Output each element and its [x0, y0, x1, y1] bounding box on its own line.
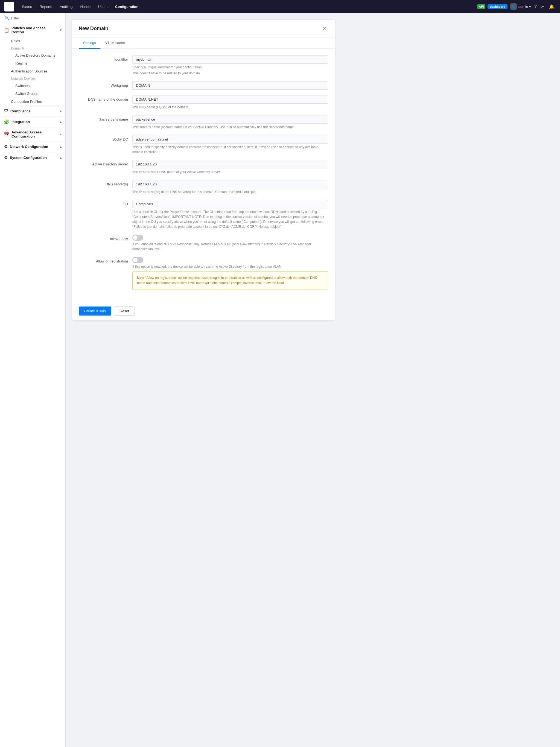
- nav-auditing[interactable]: Auditing: [56, 3, 76, 10]
- dns-name-field: The DNS name (FQDN) of the domain.: [132, 95, 328, 110]
- sidebar-section-policies-header[interactable]: 📋 Policies and Access Control ▾: [0, 23, 65, 37]
- integration-chevron: ▴: [60, 120, 61, 124]
- compliance-icon: 🛡: [4, 108, 8, 113]
- sidebar-item-realms[interactable]: Realms: [0, 59, 65, 67]
- system-config-label: System Configuration: [10, 156, 47, 160]
- panel-footer: Create & Join Reset: [72, 302, 335, 320]
- sidebar-section-network-header[interactable]: ⚙ Network Configuration ▴: [0, 141, 65, 152]
- api-badge: API: [477, 4, 485, 9]
- form-row-ntlmv2: ntlmv2 only If you enabled "Send NTLMv2 …: [79, 235, 328, 252]
- workgroup-label: Workgroup: [79, 81, 128, 87]
- ou-input[interactable]: [132, 200, 328, 208]
- ad-server-input[interactable]: [132, 160, 328, 169]
- workgroup-field: [132, 81, 328, 90]
- tab-settings[interactable]: Settings: [79, 37, 100, 49]
- network-config-icon: ⚙: [4, 144, 8, 149]
- help-icon[interactable]: ?: [533, 3, 538, 10]
- allow-registration-label: Allow on registration: [79, 257, 128, 263]
- reset-button[interactable]: Reset: [114, 307, 135, 315]
- form-row-server-name: This server's name This server's name (a…: [79, 115, 328, 130]
- nav-configuration[interactable]: Configuration: [112, 3, 142, 10]
- allow-registration-field: If this option is enabled, the device wi…: [132, 257, 328, 290]
- sidebar-item-switch-groups[interactable]: Switch Groups: [0, 90, 65, 98]
- nav-nodes[interactable]: Nodes: [77, 3, 94, 10]
- panel-tabs: Settings NTLM cache: [72, 37, 335, 49]
- form-row-dns-name: DNS name of the domain The DNS name (FQD…: [79, 95, 328, 110]
- filter-icon: 🔍: [4, 16, 9, 20]
- dns-servers-help: The IP address(es) of the DNS server(s) …: [132, 189, 328, 195]
- dns-servers-field: The IP address(es) of the DNS server(s) …: [132, 180, 328, 195]
- dns-name-label: DNS name of the domain: [79, 95, 128, 101]
- ad-server-help: The IP address or DNS name of your Activ…: [132, 170, 328, 175]
- ou-field: Use a specific OU for the PacketFence ac…: [132, 200, 328, 229]
- tab-ntlm-cache[interactable]: NTLM cache: [100, 37, 129, 49]
- sidebar-section-system-config: ⚙ System Configuration ▴: [0, 152, 65, 163]
- form-row-allow-registration: Allow on registration If this option is …: [79, 257, 328, 290]
- nav-links: Status Reports Auditing Nodes Users Conf…: [19, 3, 477, 10]
- tools-icon[interactable]: ✂: [540, 3, 546, 10]
- allow-registration-toggle[interactable]: [132, 257, 143, 263]
- sidebar-item-active-directory-domains[interactable]: Active Directory Domains: [0, 51, 65, 59]
- nav-users[interactable]: Users: [95, 3, 111, 10]
- dns-name-input[interactable]: [132, 95, 328, 104]
- advanced-chevron: ▴: [60, 132, 61, 136]
- sidebar-group-network-devices: Network Devices: [0, 75, 65, 82]
- identifier-help2: This doesn't have to be related to your …: [132, 71, 328, 76]
- ntlmv2-help: If you enabled "Send NTLMv2 Response Onl…: [132, 242, 328, 252]
- sticky-dc-input[interactable]: [132, 135, 328, 144]
- create-join-button[interactable]: Create & Join: [79, 307, 111, 315]
- sidebar-section-compliance-header[interactable]: 🛡 Compliance ▴: [0, 106, 65, 116]
- server-name-help: This server's name (account name) in you…: [132, 125, 328, 130]
- nav-reports[interactable]: Reports: [36, 3, 55, 10]
- sidebar-item-authentication-sources[interactable]: Authentication Sources: [0, 67, 65, 75]
- panel-title: New Domain: [79, 26, 108, 31]
- dashboard-badge[interactable]: dashboard: [487, 4, 507, 9]
- advanced-icon: 📅: [4, 132, 9, 137]
- compliance-label: Compliance: [10, 109, 31, 113]
- sidebar-item-roles[interactable]: Roles: [0, 37, 65, 45]
- sidebar-item-switches[interactable]: Switches: [0, 82, 65, 90]
- policies-chevron: ▾: [60, 28, 61, 32]
- server-name-input[interactable]: [132, 115, 328, 124]
- form-row-dns-servers: DNS server(s) The IP address(es) of the …: [79, 180, 328, 195]
- main-content: New Domain ✕ Settings NTLM cache Identif…: [66, 13, 560, 747]
- sticky-dc-field: This is used to specify a sticky domain …: [132, 135, 328, 154]
- form-row-sticky-dc: Sticky DC This is used to specify a stic…: [79, 135, 328, 154]
- sidebar-section-network-config: ⚙ Network Configuration ▴: [0, 141, 65, 152]
- ntlmv2-field: If you enabled "Send NTLMv2 Response Onl…: [132, 235, 328, 252]
- user-menu[interactable]: 👤 admin ▾: [510, 3, 531, 10]
- sidebar-section-advanced-access: 📅 Advanced Access Configuration ▴: [0, 127, 65, 141]
- allow-registration-slider: [132, 257, 143, 263]
- sidebar-section-integration-header[interactable]: 🧩 Integration ▴: [0, 117, 65, 127]
- sidebar-group-domains: Domains: [0, 45, 65, 51]
- notifications-icon[interactable]: 🔔: [548, 3, 556, 10]
- policies-label: Policies and Access Control: [11, 26, 58, 34]
- sidebar-item-connection-profiles[interactable]: Connection Profiles: [0, 98, 65, 106]
- sidebar-section-system-header[interactable]: ⚙ System Configuration ▴: [0, 152, 65, 163]
- sidebar-section-compliance: 🛡 Compliance ▴: [0, 106, 65, 117]
- nav-status[interactable]: Status: [19, 3, 35, 10]
- form-row-ou: OU Use a specific OU for the PacketFence…: [79, 200, 328, 229]
- app-logo[interactable]: [4, 2, 14, 11]
- app-layout: 🔍 📋 Policies and Access Control ▾ Roles …: [0, 13, 560, 747]
- ad-server-field: The IP address or DNS name of your Activ…: [132, 160, 328, 175]
- identifier-input[interactable]: [132, 55, 328, 64]
- ntlmv2-label: ntlmv2 only: [79, 235, 128, 241]
- workgroup-input[interactable]: [132, 81, 328, 90]
- identifier-field: Specify a unique identifier for your con…: [132, 55, 328, 76]
- ou-help: Use a specific OU for the PacketFence ac…: [132, 209, 328, 229]
- network-config-label: Network Configuration: [10, 145, 48, 149]
- new-domain-panel: New Domain ✕ Settings NTLM cache Identif…: [72, 20, 335, 320]
- dns-servers-label: DNS server(s): [79, 180, 128, 186]
- dns-servers-input[interactable]: [132, 180, 328, 188]
- sidebar-section-advanced-header[interactable]: 📅 Advanced Access Configuration ▴: [0, 127, 65, 141]
- panel-close-button[interactable]: ✕: [321, 25, 328, 32]
- sidebar-filter-input[interactable]: [11, 16, 61, 20]
- sticky-dc-label: Sticky DC: [79, 135, 128, 141]
- integration-icon: 🧩: [4, 119, 9, 124]
- sidebar: 🔍 📋 Policies and Access Control ▾ Roles …: [0, 13, 66, 747]
- allow-registration-toggle-wrap: [132, 257, 328, 263]
- user-dropdown-icon: ▾: [529, 5, 531, 9]
- user-name: admin: [518, 5, 528, 9]
- ntlmv2-toggle[interactable]: [132, 235, 143, 241]
